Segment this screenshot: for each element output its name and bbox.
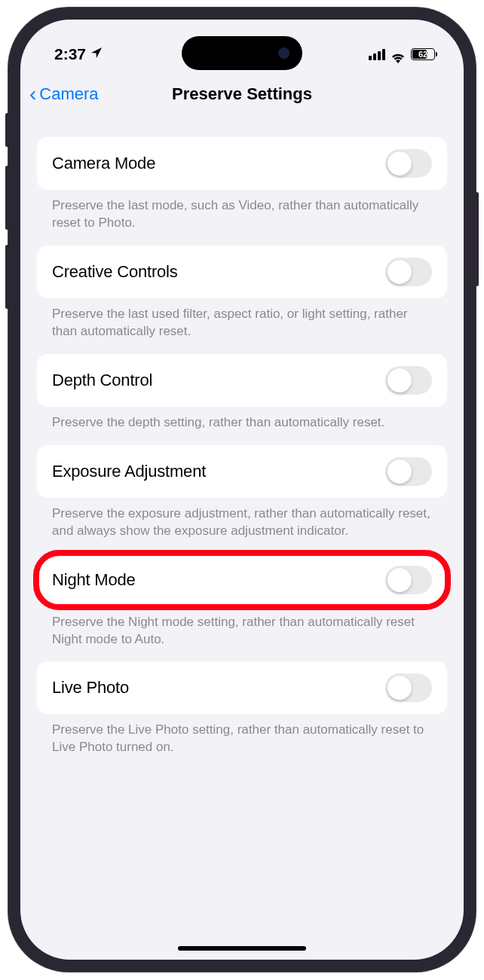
battery-icon: 62: [411, 48, 437, 60]
setting-group: Exposure AdjustmentPreserve the exposure…: [37, 445, 447, 540]
toggle-knob: [388, 459, 412, 484]
setting-row: Night Mode: [37, 554, 447, 606]
setting-description: Preserve the depth setting, rather than …: [37, 407, 447, 432]
setting-group: Camera ModePreserve the last mode, such …: [37, 137, 447, 232]
setting-description: Preserve the last mode, such as Video, r…: [37, 190, 447, 232]
chevron-left-icon: ‹: [29, 84, 36, 105]
setting-label: Creative Controls: [52, 262, 178, 282]
toggle-switch[interactable]: [385, 149, 432, 178]
home-indicator[interactable]: [178, 946, 306, 951]
toggle-knob: [388, 260, 412, 284]
navigation-bar: ‹ Camera Preserve Settings: [20, 71, 464, 114]
status-time: 2:37: [54, 45, 86, 63]
toggle-knob: [388, 368, 412, 392]
setting-label: Exposure Adjustment: [52, 462, 206, 481]
setting-row: Creative Controls: [37, 246, 447, 298]
setting-group: Live PhotoPreserve the Live Photo settin…: [37, 661, 447, 756]
setting-row: Exposure Adjustment: [37, 445, 447, 498]
dynamic-island: [182, 36, 302, 70]
setting-row: Depth Control: [37, 354, 447, 407]
toggle-knob: [388, 676, 412, 700]
settings-list: Camera ModePreserve the last mode, such …: [20, 114, 464, 756]
phone-frame: 2:37 62: [8, 8, 476, 972]
setting-row: Live Photo: [37, 661, 447, 714]
back-button[interactable]: ‹ Camera: [29, 84, 99, 105]
volume-down-button: [5, 245, 9, 309]
setting-group: Night ModePreserve the Night mode settin…: [37, 554, 447, 649]
setting-group: Depth ControlPreserve the depth setting,…: [37, 354, 447, 432]
setting-description: Preserve the last used filter, aspect ra…: [37, 298, 447, 340]
toggle-switch[interactable]: [385, 673, 432, 702]
setting-label: Camera Mode: [52, 154, 155, 173]
volume-up-button: [5, 166, 9, 230]
toggle-switch[interactable]: [385, 566, 432, 594]
location-icon: [90, 46, 103, 63]
silent-switch: [5, 113, 9, 147]
setting-row: Camera Mode: [37, 137, 447, 190]
setting-label: Depth Control: [52, 371, 152, 390]
wifi-icon: [391, 49, 406, 60]
back-label: Camera: [39, 84, 98, 104]
toggle-switch[interactable]: [385, 457, 432, 486]
setting-label: Live Photo: [52, 678, 129, 698]
setting-group: Creative ControlsPreserve the last used …: [37, 246, 447, 340]
setting-description: Preserve the exposure adjustment, rather…: [37, 498, 447, 540]
toggle-switch[interactable]: [385, 366, 432, 395]
power-button: [475, 192, 479, 286]
cellular-signal-icon: [369, 49, 385, 60]
toggle-knob: [388, 568, 412, 592]
toggle-switch[interactable]: [385, 258, 432, 286]
toggle-knob: [388, 151, 412, 176]
setting-label: Night Mode: [52, 570, 136, 590]
setting-description: Preserve the Night mode setting, rather …: [37, 606, 447, 649]
front-camera: [278, 47, 289, 59]
setting-description: Preserve the Live Photo setting, rather …: [37, 714, 447, 756]
screen: 2:37 62: [20, 20, 464, 960]
